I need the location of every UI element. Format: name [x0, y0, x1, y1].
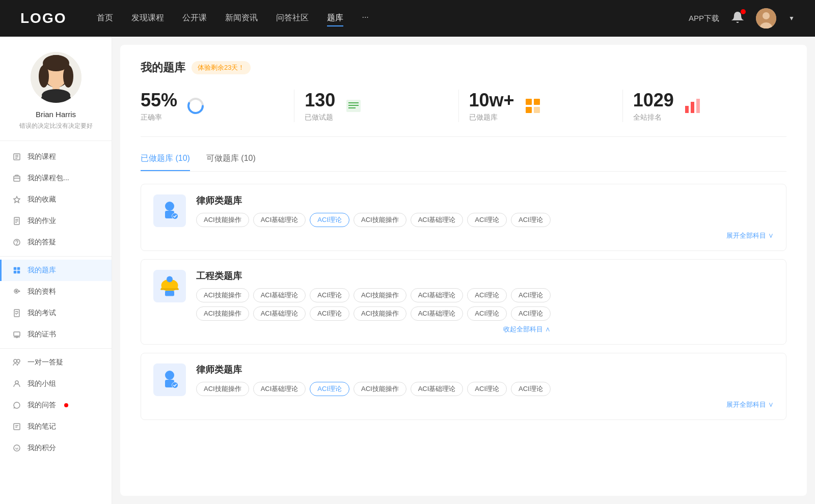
- svg-point-30: [16, 291, 17, 292]
- notification-bell[interactable]: [731, 11, 744, 25]
- homework-icon: [12, 216, 21, 226]
- sidebar-item-notes[interactable]: 我的笔记: [0, 416, 112, 437]
- sidebar-label-answerq: 我的答疑: [28, 238, 56, 247]
- tag-1-0[interactable]: ACI技能操作: [196, 213, 249, 227]
- qbank-expand-1[interactable]: 展开全部科目 ∨: [196, 231, 774, 240]
- tag-2-ex-4[interactable]: ACI基础理论: [411, 306, 464, 321]
- sidebar-item-homework[interactable]: 我的作业: [0, 210, 112, 232]
- qbank-item-2: 工程类题库 ACI技能操作 ACI基础理论 ACI理论 ACI技能操作 ACI基…: [141, 259, 786, 345]
- tag-2-ex-0[interactable]: ACI技能操作: [196, 306, 249, 321]
- group-icon: [12, 379, 21, 388]
- tag-3-1[interactable]: ACI基础理论: [253, 382, 306, 396]
- nav-link-discover[interactable]: 发现课程: [131, 11, 164, 26]
- sidebar-item-course[interactable]: 我的课程: [0, 146, 112, 167]
- sidebar-label-points: 我的积分: [28, 443, 56, 453]
- qbank-icon-engineer: [153, 270, 186, 302]
- qbank-tags-2-row2: ACI技能操作 ACI基础理论 ACI理论 ACI技能操作 ACI基础理论 AC…: [196, 306, 551, 321]
- svg-rect-67: [165, 291, 174, 296]
- sidebar-label-exam: 我的考试: [28, 309, 56, 318]
- tag-2-3[interactable]: ACI技能操作: [354, 288, 406, 302]
- tab-row: 已做题库 (10) 可做题库 (10): [141, 153, 786, 172]
- qbank-icon: [12, 266, 21, 275]
- nav-links: 首页 发现课程 公开课 新闻资讯 问答社区 题库 ···: [97, 11, 689, 26]
- nav-link-more[interactable]: ···: [362, 11, 368, 26]
- package-icon: [12, 174, 21, 183]
- tag-2-ex-2[interactable]: ACI理论: [310, 306, 349, 321]
- svg-rect-25: [14, 267, 16, 270]
- sidebar-item-exam[interactable]: 我的考试: [0, 302, 112, 324]
- tag-3-6[interactable]: ACI理论: [511, 382, 551, 396]
- nav-link-qa[interactable]: 问答社区: [276, 11, 309, 26]
- nav-right: APP下载 ▼: [689, 8, 795, 29]
- tag-3-0[interactable]: ACI技能操作: [196, 382, 249, 396]
- svg-point-39: [17, 359, 20, 362]
- tag-2-1[interactable]: ACI基础理论: [253, 288, 306, 302]
- qbank-expand-3[interactable]: 展开全部科目 ∨: [196, 400, 774, 409]
- tag-2-2[interactable]: ACI理论: [310, 288, 349, 302]
- tag-2-0[interactable]: ACI技能操作: [196, 288, 249, 302]
- stat-label-rank: 全站排名: [633, 113, 674, 122]
- tag-2-4[interactable]: ACI基础理论: [411, 288, 464, 302]
- sidebar-item-qbank[interactable]: 我的题库: [0, 260, 112, 281]
- tag-2-5[interactable]: ACI理论: [467, 288, 507, 302]
- sidebar-item-oneone[interactable]: 一对一答疑: [0, 352, 112, 373]
- svg-point-11: [42, 89, 70, 101]
- qbank-title-3: 律师类题库: [196, 363, 774, 376]
- tag-3-2[interactable]: ACI理论: [310, 382, 349, 396]
- tag-1-6[interactable]: ACI理论: [511, 213, 551, 227]
- tag-2-ex-3[interactable]: ACI技能操作: [354, 306, 406, 321]
- sidebar-item-points[interactable]: 我的积分: [0, 437, 112, 459]
- svg-rect-53: [526, 99, 532, 105]
- user-avatar[interactable]: [756, 8, 776, 29]
- app-download-button[interactable]: APP下载: [689, 14, 719, 23]
- qa-icon: [12, 401, 21, 410]
- sidebar-item-material[interactable]: 我的资料: [0, 281, 112, 302]
- tag-1-3[interactable]: ACI技能操作: [354, 213, 406, 227]
- tag-1-2[interactable]: ACI理论: [310, 213, 349, 227]
- sidebar-item-qanda[interactable]: 我的问答: [0, 395, 112, 416]
- tag-1-1[interactable]: ACI基础理论: [253, 213, 306, 227]
- svg-rect-65: [160, 289, 179, 290]
- stat-value-banks: 10w+: [469, 90, 514, 111]
- svg-point-68: [165, 371, 174, 380]
- points-icon: [12, 443, 21, 453]
- svg-rect-32: [14, 310, 19, 317]
- svg-rect-59: [696, 99, 700, 113]
- user-dropdown-arrow[interactable]: ▼: [789, 15, 795, 22]
- oneone-icon: [12, 358, 21, 367]
- sidebar-item-favorite[interactable]: 我的收藏: [0, 189, 112, 210]
- cert-icon: [12, 330, 21, 339]
- tag-2-6[interactable]: ACI理论: [511, 288, 551, 302]
- qbank-expand-2[interactable]: 收起全部科目 ∧: [196, 325, 551, 334]
- trial-badge: 体验剩余23天！: [192, 61, 251, 74]
- nav-link-home[interactable]: 首页: [97, 11, 113, 26]
- tab-done[interactable]: 已做题库 (10): [141, 153, 190, 171]
- tag-1-5[interactable]: ACI理论: [467, 213, 507, 227]
- svg-rect-28: [17, 271, 20, 273]
- sidebar-item-answerq[interactable]: 我的答疑: [0, 232, 112, 253]
- sidebar-item-group[interactable]: 我的小组: [0, 373, 112, 395]
- qbank-content-3: 律师类题库 ACI技能操作 ACI基础理论 ACI理论 ACI技能操作 ACI基…: [196, 363, 774, 409]
- profile-section: Brian Harris 错误的决定比没有决定要好: [0, 37, 112, 141]
- tag-2-ex-5[interactable]: ACI理论: [467, 306, 507, 321]
- qbank-tags-2-row1: ACI技能操作 ACI基础理论 ACI理论 ACI技能操作 ACI基础理论 AC…: [196, 288, 551, 302]
- tag-2-ex-6[interactable]: ACI理论: [511, 306, 551, 321]
- nav-link-opencourse[interactable]: 公开课: [182, 11, 207, 26]
- svg-rect-26: [17, 267, 20, 270]
- tab-available[interactable]: 可做题库 (10): [206, 153, 256, 171]
- tag-1-4[interactable]: ACI基础理论: [411, 213, 464, 227]
- qbank-icon-lawyer-3: [153, 363, 186, 396]
- sidebar-item-cert[interactable]: 我的证书: [0, 324, 112, 345]
- nav-link-qbank[interactable]: 题库: [327, 11, 343, 26]
- svg-point-1: [763, 12, 770, 19]
- tag-2-ex-1[interactable]: ACI基础理论: [253, 306, 306, 321]
- svg-marker-18: [14, 197, 20, 203]
- tag-3-4[interactable]: ACI基础理论: [411, 382, 464, 396]
- tag-3-5[interactable]: ACI理论: [467, 382, 507, 396]
- nav-link-news[interactable]: 新闻资讯: [225, 11, 258, 26]
- sidebar-label-qbank: 我的题库: [28, 266, 56, 275]
- sidebar-item-package[interactable]: 我的课程包...: [0, 167, 112, 189]
- notification-badge: [741, 9, 746, 14]
- tag-3-3[interactable]: ACI技能操作: [354, 382, 406, 396]
- nav-logo[interactable]: LOGO: [20, 10, 66, 26]
